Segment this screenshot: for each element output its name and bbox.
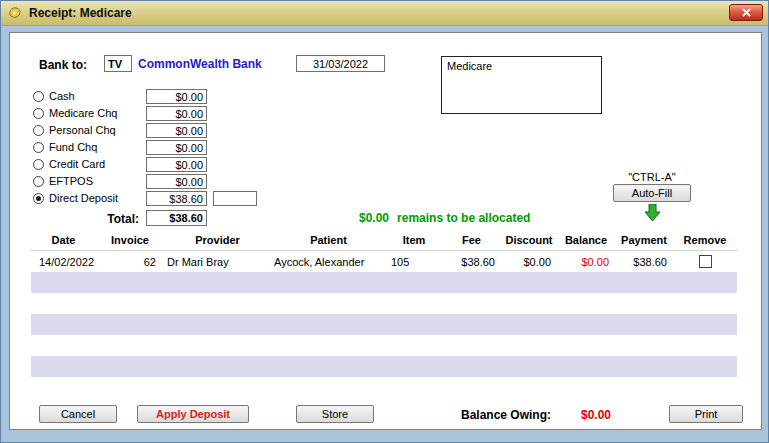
fund-chq-radio[interactable] — [33, 142, 44, 153]
bank-code-input[interactable] — [104, 55, 132, 72]
direct-deposit-radio[interactable] — [33, 193, 44, 204]
credit-card-label: Credit Card — [49, 158, 105, 170]
credit-card-radio[interactable] — [33, 159, 44, 170]
table-header: Date Invoice Provider Patient Item Fee D… — [31, 229, 737, 251]
col-header-balance: Balance — [557, 234, 615, 246]
direct-deposit-extra-input[interactable] — [213, 191, 257, 206]
cash-amount-input[interactable] — [146, 89, 207, 104]
memo-box[interactable]: Medicare — [441, 56, 602, 114]
eftpos-radio[interactable] — [33, 176, 44, 187]
memo-text: Medicare — [447, 60, 492, 72]
medicare-chq-amount-input[interactable] — [146, 106, 207, 121]
payment-row-cash: Cash — [31, 89, 271, 105]
table-row-empty — [31, 356, 737, 377]
table-row-empty — [31, 314, 737, 335]
window-title: Receipt: Medicare — [29, 6, 132, 20]
direct-deposit-label: Direct Deposit — [49, 192, 118, 204]
bank-name: CommonWealth Bank — [138, 57, 262, 71]
personal-chq-amount-input[interactable] — [146, 123, 207, 138]
auto-fill-button[interactable]: Auto-Fill — [613, 184, 691, 202]
close-button[interactable] — [729, 4, 763, 21]
store-button-label: Store — [322, 408, 348, 420]
table-row-empty — [31, 293, 737, 314]
date-input[interactable] — [296, 55, 385, 72]
cell-balance: $0.00 — [557, 256, 615, 268]
cell-provider: Dr Mari Bray — [164, 256, 271, 268]
green-down-arrow-icon — [645, 204, 660, 221]
medicare-chq-radio[interactable] — [33, 108, 44, 119]
table-row-empty — [31, 335, 737, 356]
col-header-item: Item — [386, 234, 442, 246]
allocation-amount: $0.00 — [359, 211, 389, 225]
eftpos-amount-input[interactable] — [146, 174, 207, 189]
store-button[interactable]: Store — [296, 405, 374, 423]
cash-label: Cash — [49, 90, 75, 102]
cash-radio[interactable] — [33, 91, 44, 102]
total-label: Total: — [61, 212, 139, 226]
col-header-provider: Provider — [164, 234, 271, 246]
fund-chq-label: Fund Chq — [49, 141, 97, 153]
cell-date: 14/02/2022 — [31, 256, 96, 268]
print-button-label: Print — [695, 408, 718, 420]
table-body: 14/02/2022 62 Dr Mari Bray Aycock, Alexa… — [31, 251, 737, 398]
col-header-remove: Remove — [673, 234, 737, 246]
close-icon — [742, 8, 751, 17]
print-button[interactable]: Print — [669, 405, 743, 423]
cell-item: 105 — [386, 256, 442, 268]
allocation-message: $0.00remains to be allocated — [359, 211, 530, 225]
autofill-shortcut-hint: "CTRL-A" — [613, 171, 691, 183]
eftpos-label: EFTPOS — [49, 175, 93, 187]
direct-deposit-amount-input[interactable] — [146, 191, 207, 206]
remove-checkbox[interactable] — [699, 255, 712, 268]
col-header-fee: Fee — [442, 234, 501, 246]
col-header-date: Date — [31, 234, 96, 246]
auto-fill-button-label: Auto-Fill — [632, 187, 672, 199]
balance-owing-value: $0.00 — [581, 408, 611, 422]
payment-row-direct-deposit: Direct Deposit — [31, 191, 271, 207]
personal-chq-radio[interactable] — [33, 125, 44, 136]
fund-chq-amount-input[interactable] — [146, 140, 207, 155]
table-row: 14/02/2022 62 Dr Mari Bray Aycock, Alexa… — [31, 251, 737, 272]
cell-discount: $0.00 — [501, 256, 557, 268]
table-row-empty — [31, 377, 737, 398]
payment-row-credit-card: Credit Card — [31, 157, 271, 173]
col-header-payment: Payment — [615, 234, 673, 246]
title-bar[interactable]: Receipt: Medicare — [1, 1, 768, 26]
table-row-empty — [31, 272, 737, 293]
col-header-discount: Discount — [501, 234, 557, 246]
medicare-chq-label: Medicare Chq — [49, 107, 117, 119]
credit-card-amount-input[interactable] — [146, 157, 207, 172]
cell-patient: Aycock, Alexander — [271, 256, 386, 268]
payment-row-eftpos: EFTPOS — [31, 174, 271, 190]
receipt-window: Receipt: Medicare Bank to: CommonWealth … — [0, 0, 769, 443]
apply-deposit-button-label: Apply Deposit — [156, 408, 230, 420]
apply-deposit-button[interactable]: Apply Deposit — [137, 405, 249, 423]
cancel-button-label: Cancel — [61, 408, 95, 420]
allocation-text: remains to be allocated — [397, 211, 530, 225]
app-icon — [7, 5, 23, 21]
personal-chq-label: Personal Chq — [49, 124, 116, 136]
bank-to-label: Bank to: — [39, 58, 87, 72]
cell-invoice: 62 — [96, 256, 164, 268]
balance-owing-label: Balance Owing: — [461, 408, 551, 422]
payment-row-personal-chq: Personal Chq — [31, 123, 271, 139]
payment-row-medicare-chq: Medicare Chq — [31, 106, 271, 122]
total-value-field — [146, 210, 207, 226]
cancel-button[interactable]: Cancel — [39, 405, 117, 423]
cell-payment: $38.60 — [615, 256, 673, 268]
cell-remove — [673, 255, 737, 269]
cell-fee: $38.60 — [442, 256, 501, 268]
payment-row-fund-chq: Fund Chq — [31, 140, 271, 156]
col-header-patient: Patient — [271, 234, 386, 246]
col-header-invoice: Invoice — [96, 234, 164, 246]
